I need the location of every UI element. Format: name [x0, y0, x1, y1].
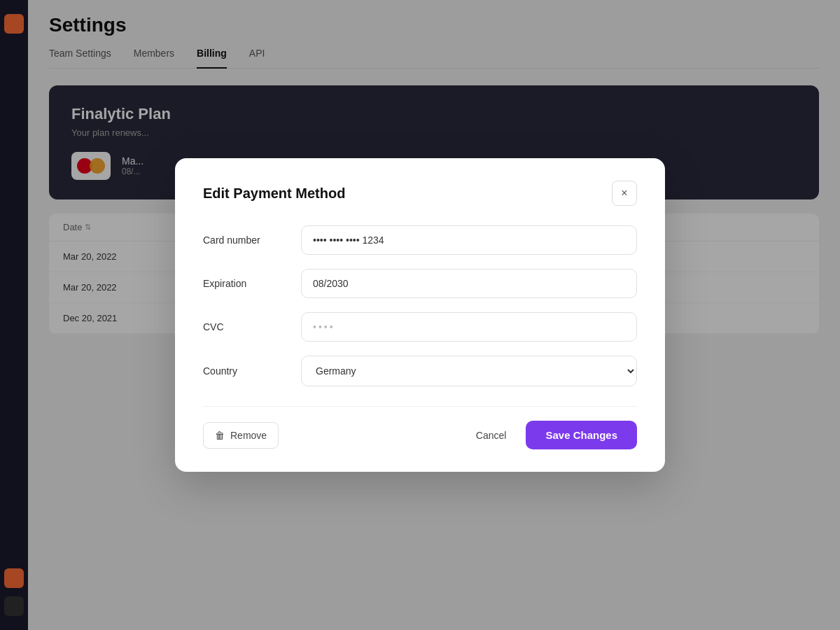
cancel-button[interactable]: Cancel	[465, 423, 518, 448]
cvc-row: CVC	[203, 312, 637, 342]
card-number-row: Card number	[203, 225, 637, 255]
footer-actions: Cancel Save Changes	[465, 421, 637, 449]
card-number-label: Card number	[203, 234, 287, 246]
card-number-input[interactable]	[301, 225, 637, 255]
expiration-row: Expiration	[203, 269, 637, 298]
trash-icon: 🗑	[215, 430, 225, 441]
country-label: Country	[203, 365, 287, 377]
modal-close-button[interactable]: ×	[612, 181, 637, 206]
edit-payment-modal: Edit Payment Method × Card number Expira…	[175, 158, 665, 472]
expiration-input[interactable]	[301, 269, 637, 298]
save-changes-button[interactable]: Save Changes	[526, 421, 637, 449]
cvc-input[interactable]	[301, 312, 637, 342]
remove-button[interactable]: 🗑 Remove	[203, 422, 279, 449]
expiration-label: Expiration	[203, 278, 287, 289]
country-row: Country Germany United States United Kin…	[203, 356, 637, 386]
modal-footer: 🗑 Remove Cancel Save Changes	[203, 406, 637, 449]
modal-header: Edit Payment Method ×	[203, 181, 637, 206]
country-select[interactable]: Germany United States United Kingdom Fra…	[301, 356, 637, 386]
modal-overlay: Edit Payment Method × Card number Expira…	[0, 0, 840, 630]
modal-title: Edit Payment Method	[203, 186, 345, 202]
cvc-label: CVC	[203, 321, 287, 332]
